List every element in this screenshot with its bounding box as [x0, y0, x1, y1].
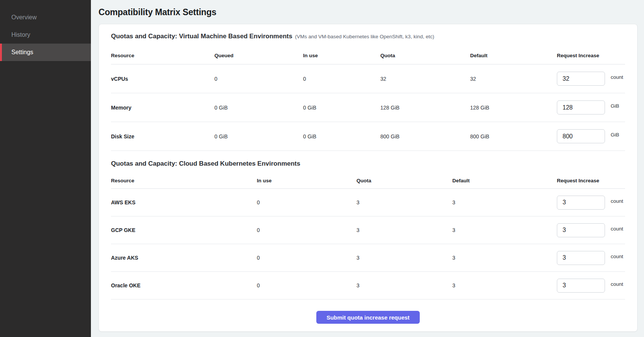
column-header-default: Default [470, 53, 557, 58]
column-header-resource: Resource [111, 53, 214, 58]
unit-label: GiB [611, 103, 619, 109]
memory-request-input[interactable] [557, 100, 605, 114]
vm-section-title: Quotas and Capacity: Virtual Machine Bas… [111, 33, 292, 40]
disk-size-request-input[interactable] [557, 129, 605, 143]
default-value: 3 [452, 255, 557, 261]
vm-section-subtitle: (VMs and VM-based Kubernetes like OpenSh… [295, 34, 435, 39]
default-value: 32 [470, 76, 557, 82]
queued-value: 0 GiB [214, 105, 303, 111]
column-header-request-increase: Request Increase [557, 178, 625, 183]
quota-value: 128 GiB [380, 105, 470, 111]
in-use-value: 0 GiB [303, 105, 380, 111]
submit-button-row: Submit quota increase request [111, 311, 625, 324]
in-use-value: 0 [257, 255, 356, 261]
table-row-gcp-gke: GCP GKE 0 3 3 count [111, 216, 625, 244]
cloud-table-header: Resource In use Quota Default Request In… [111, 173, 625, 189]
azure-aks-request-input[interactable] [557, 251, 605, 265]
default-value: 800 GiB [470, 133, 557, 140]
vm-section-header: Quotas and Capacity: Virtual Machine Bas… [111, 33, 625, 41]
queued-value: 0 GiB [214, 133, 303, 140]
resource-name: GCP GKE [111, 227, 257, 233]
quota-value: 3 [356, 282, 452, 288]
vm-table-header: Resource Queued In use Quota Default Req… [111, 47, 625, 64]
in-use-value: 0 [257, 227, 356, 233]
unit-label: count [611, 254, 623, 259]
vcpus-request-input[interactable] [557, 72, 605, 86]
in-use-value: 0 [257, 199, 356, 205]
quota-value: 3 [356, 255, 452, 261]
aws-eks-request-input[interactable] [557, 196, 605, 210]
column-header-request-increase: Request Increase [557, 53, 625, 58]
resource-name: Disk Size [111, 133, 214, 140]
unit-label: count [611, 281, 623, 287]
sidebar-item-history[interactable]: History [0, 26, 91, 44]
table-row-oracle-oke: Oracle OKE 0 3 3 count [111, 272, 625, 299]
column-header-default: Default [452, 178, 557, 183]
resource-name: vCPUs [111, 76, 214, 82]
in-use-value: 0 GiB [303, 133, 380, 140]
column-header-quota: Quota [380, 53, 470, 58]
table-row-azure-aks: Azure AKS 0 3 3 count [111, 244, 625, 272]
quota-value: 3 [356, 227, 452, 233]
sidebar: Overview History Settings [0, 0, 91, 337]
default-value: 128 GiB [470, 105, 557, 111]
column-header-queued: Queued [214, 53, 303, 58]
resource-name: Memory [111, 105, 214, 111]
default-value: 3 [452, 199, 557, 205]
sidebar-item-settings[interactable]: Settings [0, 44, 91, 61]
column-header-in-use: In use [303, 53, 380, 58]
sidebar-item-overview[interactable]: Overview [0, 9, 91, 26]
quota-value: 800 GiB [380, 133, 470, 140]
cloud-section-header: Quotas and Capacity: Cloud Based Kuberne… [111, 160, 625, 168]
resource-name: AWS EKS [111, 199, 257, 205]
default-value: 3 [452, 282, 557, 288]
unit-label: GiB [611, 132, 619, 138]
table-row-vcpus: vCPUs 0 0 32 32 count [111, 64, 625, 93]
unit-label: count [611, 198, 623, 204]
in-use-value: 0 [303, 76, 380, 82]
queued-value: 0 [214, 76, 303, 82]
cloud-section-title: Quotas and Capacity: Cloud Based Kuberne… [111, 160, 300, 168]
quota-value: 32 [380, 76, 470, 82]
default-value: 3 [452, 227, 557, 233]
resource-name: Azure AKS [111, 255, 257, 261]
submit-quota-increase-button[interactable]: Submit quota increase request [316, 311, 420, 324]
page-title: Compatibility Matrix Settings [98, 7, 638, 17]
table-row-disk-size: Disk Size 0 GiB 0 GiB 800 GiB 800 GiB Gi… [111, 122, 625, 151]
quota-value: 3 [356, 199, 452, 205]
column-header-quota: Quota [356, 178, 452, 183]
gcp-gke-request-input[interactable] [557, 223, 605, 237]
table-row-aws-eks: AWS EKS 0 3 3 count [111, 189, 625, 216]
table-row-memory: Memory 0 GiB 0 GiB 128 GiB 128 GiB GiB [111, 93, 625, 122]
resource-name: Oracle OKE [111, 282, 257, 288]
oracle-oke-request-input[interactable] [557, 279, 605, 293]
main-content: Compatibility Matrix Settings Quotas and… [91, 0, 644, 337]
quotas-card: Quotas and Capacity: Virtual Machine Bas… [98, 24, 638, 332]
unit-label: count [611, 74, 623, 80]
unit-label: count [611, 226, 623, 232]
column-header-in-use: In use [257, 178, 356, 183]
in-use-value: 0 [257, 282, 356, 288]
column-header-resource: Resource [111, 178, 257, 183]
